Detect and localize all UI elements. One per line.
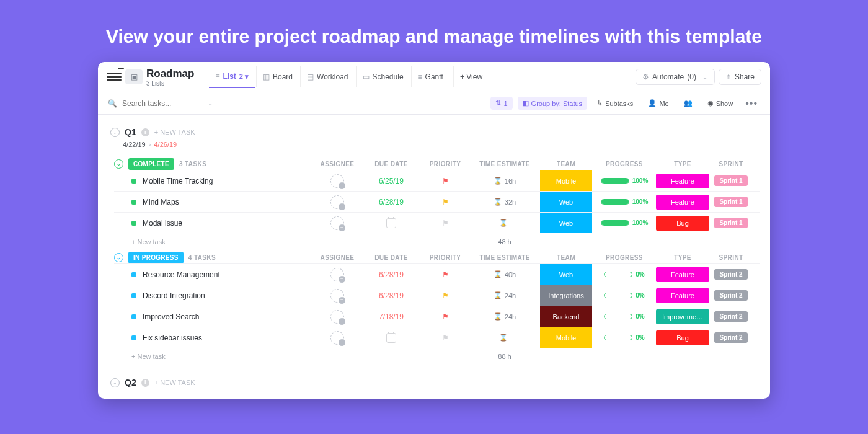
priority-flag-icon[interactable]: ⚑ xyxy=(442,312,449,321)
task-row[interactable]: Fix sidebar issues⚑⌛Mobile0%BugSprint 2 xyxy=(114,327,760,348)
new-task-q1[interactable]: + NEW TASK xyxy=(154,128,195,136)
progress-cell[interactable]: 0% xyxy=(604,271,644,278)
quarter-q2-header[interactable]: ⌄ Q2 i + NEW TASK xyxy=(108,371,760,390)
assignee-add[interactable] xyxy=(330,195,344,209)
assignee-add[interactable] xyxy=(330,216,344,230)
task-row[interactable]: Mobile Time Tracking6/25/19⚑⌛16hMobile10… xyxy=(114,170,760,191)
due-date[interactable]: 6/28/19 xyxy=(379,291,404,300)
column-header[interactable]: PROGRESS xyxy=(594,254,655,261)
type-tag[interactable]: Feature xyxy=(656,267,709,282)
progress-cell[interactable]: 100% xyxy=(601,219,649,226)
column-header[interactable]: PROGRESS xyxy=(594,161,655,167)
column-header[interactable]: ASSIGNEE xyxy=(311,254,363,261)
column-header[interactable]: SPRINT xyxy=(711,161,751,167)
sprint-tag[interactable]: Sprint 2 xyxy=(714,311,747,322)
status-chip[interactable]: COMPLETE xyxy=(128,158,174,170)
priority-flag-icon[interactable]: ⚑ xyxy=(442,177,449,185)
priority-flag-icon[interactable]: ⚑ xyxy=(442,270,449,279)
task-row[interactable]: Discord Integration6/28/19⚑⌛24hIntegrati… xyxy=(114,285,760,306)
assignee-add[interactable] xyxy=(330,174,344,188)
column-header[interactable]: SPRINT xyxy=(711,254,751,261)
menu-toggle[interactable] xyxy=(107,71,122,83)
team-tag[interactable]: Web xyxy=(540,213,592,233)
column-header[interactable]: DUE DATE xyxy=(363,254,419,261)
task-row[interactable]: Resource Management6/28/19⚑⌛40hWeb0%Feat… xyxy=(114,264,760,285)
view-tab-schedule[interactable]: ▭Schedule xyxy=(356,66,410,87)
progress-cell[interactable]: 0% xyxy=(604,334,644,341)
column-header[interactable]: TYPE xyxy=(655,161,711,167)
priority-flag-icon[interactable]: ⚑ xyxy=(442,219,449,228)
sprint-tag[interactable]: Sprint 1 xyxy=(714,197,747,207)
team-tag[interactable]: Web xyxy=(540,192,592,212)
view-tab-list[interactable]: ≡List2 ▾ xyxy=(209,66,255,88)
progress-cell[interactable]: 0% xyxy=(604,292,644,299)
add-view-button[interactable]: + View xyxy=(453,66,489,87)
progress-cell[interactable]: 100% xyxy=(601,198,649,205)
team-tag[interactable]: Web xyxy=(540,264,592,285)
sprint-tag[interactable]: Sprint 1 xyxy=(714,175,747,186)
collapse-q2-icon[interactable]: ⌄ xyxy=(110,378,120,388)
calendar-icon[interactable] xyxy=(386,218,396,228)
sprint-tag[interactable]: Sprint 1 xyxy=(714,218,747,228)
quarter-q1-header[interactable]: ⌄ Q1 i + NEW TASK xyxy=(108,121,760,140)
search-expand-icon[interactable]: ⌄ xyxy=(208,100,213,107)
progress-cell[interactable]: 0% xyxy=(604,313,644,320)
column-header[interactable]: TEAM xyxy=(538,161,594,167)
assignee-add[interactable] xyxy=(330,310,344,324)
due-date[interactable]: 6/25/19 xyxy=(379,177,404,185)
column-header[interactable]: ASSIGNEE xyxy=(311,161,363,167)
automate-button[interactable]: ⚙ Automate (0) ⌄ xyxy=(636,69,715,85)
new-task-inline[interactable]: + New task xyxy=(114,238,311,246)
team-tag[interactable]: Backend xyxy=(540,306,592,327)
collapse-group-icon[interactable]: ⌄ xyxy=(114,253,123,262)
column-header[interactable]: TYPE xyxy=(655,254,711,261)
collapse-q1-icon[interactable]: ⌄ xyxy=(110,128,120,137)
type-tag[interactable]: Bug xyxy=(656,216,709,231)
view-tab-workload[interactable]: ▤Workload xyxy=(300,66,354,87)
due-date[interactable]: 7/18/19 xyxy=(379,312,404,321)
group-by-pill[interactable]: ◧ Group by: Status xyxy=(518,97,588,110)
task-row[interactable]: Modal issue⚑⌛Web100%BugSprint 1 xyxy=(114,212,760,233)
priority-flag-icon[interactable]: ⚑ xyxy=(442,198,449,206)
view-tab-board[interactable]: ▥Board xyxy=(256,66,299,87)
info-icon[interactable]: i xyxy=(141,128,149,136)
view-tab-gantt[interactable]: ≡Gantt xyxy=(411,66,450,87)
collapse-group-icon[interactable]: ⌄ xyxy=(114,159,123,169)
type-tag[interactable]: Bug xyxy=(656,330,709,345)
column-header[interactable]: PRIORITY xyxy=(419,161,471,167)
sprint-tag[interactable]: Sprint 2 xyxy=(714,290,747,301)
assignee-filter[interactable]: 👥 xyxy=(679,97,698,110)
column-header[interactable]: PRIORITY xyxy=(419,254,471,261)
due-date[interactable]: 6/28/19 xyxy=(379,198,404,206)
sprint-tag[interactable]: Sprint 2 xyxy=(714,269,747,280)
sprint-tag[interactable]: Sprint 2 xyxy=(714,332,747,343)
column-header[interactable]: TIME ESTIMATE xyxy=(471,161,538,167)
task-row[interactable]: Improved Search7/18/19⚑⌛24hBackend0%Impr… xyxy=(114,306,760,327)
type-tag[interactable]: Feature xyxy=(656,195,709,210)
new-task-q2[interactable]: + NEW TASK xyxy=(154,379,195,386)
due-date[interactable]: 6/28/19 xyxy=(379,270,404,279)
priority-flag-icon[interactable]: ⚑ xyxy=(442,334,449,342)
calendar-icon[interactable] xyxy=(386,333,396,343)
filter-count-pill[interactable]: ⇅ 1 xyxy=(490,97,512,110)
column-header[interactable]: TEAM xyxy=(538,254,594,261)
new-task-inline[interactable]: + New task xyxy=(114,353,311,360)
me-filter[interactable]: 👤 Me xyxy=(643,97,673,110)
progress-cell[interactable]: 100% xyxy=(601,177,649,184)
assignee-add[interactable] xyxy=(330,331,344,345)
priority-flag-icon[interactable]: ⚑ xyxy=(442,291,449,300)
more-menu[interactable]: ••• xyxy=(743,98,760,109)
task-row[interactable]: Mind Maps6/28/19⚑⌛32hWeb100%FeatureSprin… xyxy=(114,191,760,212)
team-tag[interactable]: Integrations xyxy=(540,285,592,306)
info-icon[interactable]: i xyxy=(141,379,149,387)
type-tag[interactable]: Feature xyxy=(656,288,709,303)
assignee-add[interactable] xyxy=(330,268,344,281)
status-chip[interactable]: IN PROGRESS xyxy=(128,252,184,264)
type-tag[interactable]: Improveme… xyxy=(656,309,709,324)
column-header[interactable]: TIME ESTIMATE xyxy=(471,254,538,261)
team-tag[interactable]: Mobile xyxy=(540,327,592,348)
share-button[interactable]: ⋔ Share xyxy=(719,69,761,85)
column-header[interactable]: DUE DATE xyxy=(363,161,419,167)
type-tag[interactable]: Feature xyxy=(656,174,709,188)
search-input[interactable] xyxy=(122,99,203,108)
